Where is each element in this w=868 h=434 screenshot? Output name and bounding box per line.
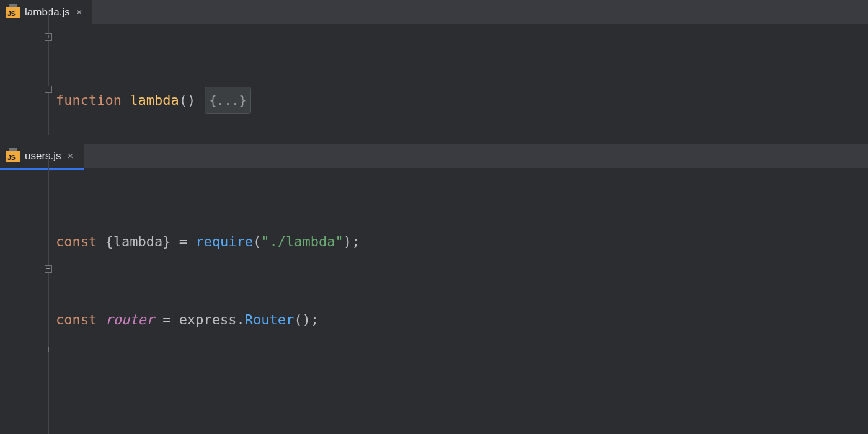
- fold-icon[interactable]: −: [45, 86, 52, 93]
- close-icon[interactable]: ×: [66, 151, 75, 161]
- tab-filename: users.js: [25, 150, 61, 162]
- tab-filename: lambda.js: [25, 6, 70, 19]
- folded-region[interactable]: {...}: [205, 87, 250, 114]
- editor-pane-bottom: JS users.js × − const {lambda} = require…: [0, 144, 868, 434]
- tab-users-js[interactable]: JS users.js ×: [0, 144, 84, 168]
- tab-bar-top: JS lambda.js ×: [0, 0, 868, 24]
- code-line[interactable]: const {lambda} = require("./lambda");: [56, 229, 868, 255]
- tab-bar-bottom: JS users.js ×: [0, 144, 868, 168]
- js-file-icon: JS: [6, 151, 20, 162]
- fold-icon[interactable]: −: [45, 265, 52, 273]
- js-file-icon: JS: [6, 7, 20, 18]
- close-icon[interactable]: ×: [75, 7, 84, 17]
- fold-end-icon: [48, 347, 56, 352]
- fold-icon[interactable]: +: [45, 33, 52, 41]
- code-editor-top[interactable]: + − function lambda() {...} module.expor…: [0, 24, 868, 144]
- editor-pane-top: JS lambda.js × + − function lambda() {..…: [0, 0, 868, 144]
- code-line[interactable]: [56, 385, 868, 411]
- code-line[interactable]: const router = express.Router();: [56, 307, 868, 333]
- code-line[interactable]: function lambda() {...}: [56, 87, 868, 113]
- code-editor-bottom[interactable]: − const {lambda} = require("./lambda"); …: [0, 168, 868, 434]
- tab-lambda-js[interactable]: JS lambda.js ×: [0, 0, 92, 24]
